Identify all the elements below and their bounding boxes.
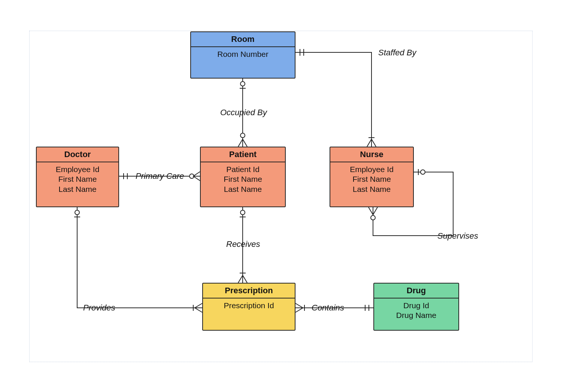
entity-patient-title: Patient [201,147,285,162]
entity-doctor[interactable]: Doctor Employee Id First Name Last Name [36,147,119,207]
entity-prescription[interactable]: Prescription Prescription Id [202,283,295,331]
entity-drug-title: Drug [374,284,458,298]
entity-room-title: Room [191,32,295,47]
entity-room[interactable]: Room Room Number [190,31,295,79]
entity-nurse-title: Nurse [330,147,413,162]
rel-label-provides: Provides [83,303,115,313]
rel-label-staffed-by: Staffed By [378,48,416,58]
entity-nurse-attrs: Employee Id First Name Last Name [330,162,413,197]
entity-doctor-attrs: Employee Id First Name Last Name [37,162,118,197]
rel-label-occupied-by: Occupied By [220,108,267,117]
entity-patient-attrs: Patient Id First Name Last Name [201,162,285,197]
entity-nurse[interactable]: Nurse Employee Id First Name Last Name [330,147,414,207]
entity-prescription-title: Prescription [203,284,295,298]
rel-label-contains: Contains [312,303,344,313]
entity-doctor-title: Doctor [37,147,118,162]
rel-label-supervises: Supervises [437,231,478,241]
entity-prescription-attrs: Prescription Id [203,298,295,313]
entity-drug[interactable]: Drug Drug Id Drug Name [373,283,459,331]
rel-label-primary-care: Primary Care [136,171,184,181]
entity-patient[interactable]: Patient Patient Id First Name Last Name [200,147,286,207]
entity-drug-attrs: Drug Id Drug Name [374,298,458,324]
rel-label-receives: Receives [226,239,260,249]
entity-room-attrs: Room Number [191,47,295,62]
